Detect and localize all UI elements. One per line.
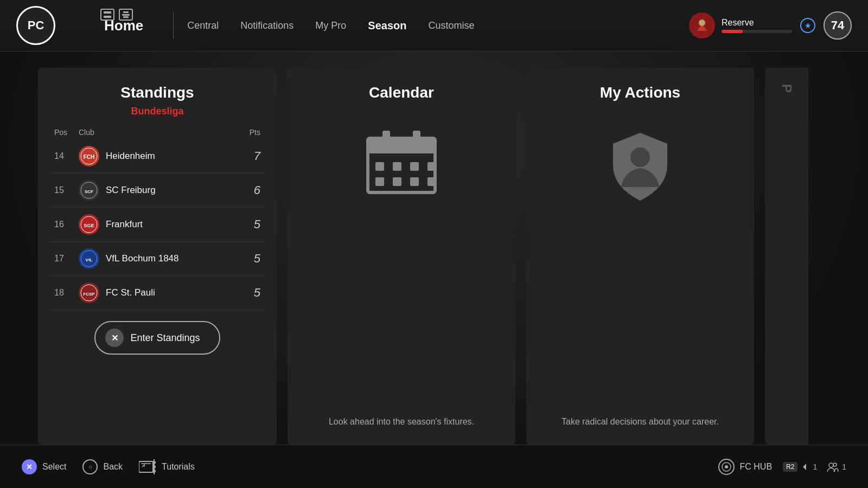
app-logo: PC <box>16 6 55 45</box>
row-club-1: SCF SC Freiburg <box>79 180 239 201</box>
back-label: Back <box>103 462 123 472</box>
actions-card[interactable]: My Actions Take radical decisions about … <box>526 68 754 445</box>
row-pos-1: 15 <box>54 185 79 195</box>
table-row: 14 FCH Heidenheim 7 <box>49 139 266 174</box>
svg-point-40 <box>833 463 837 466</box>
table-row: 16 SGE Frankfurt 5 <box>49 208 266 242</box>
partial-card: P <box>765 68 808 445</box>
row-pos-2: 16 <box>54 220 79 229</box>
svg-rect-20 <box>413 131 420 144</box>
row-club-3: VfL VfL Bochum 1848 <box>79 248 239 269</box>
th-pts: Pts <box>239 128 260 137</box>
svg-point-37 <box>725 465 728 468</box>
calendar-icon <box>363 127 439 198</box>
bottom-bar: ✕ Select ○ Back Tutorials <box>0 445 868 488</box>
tutorials-label: Tutorials <box>162 462 195 472</box>
table-row: 18 FCSP FC St. Pauli 5 <box>49 276 266 310</box>
o-button-icon: ○ <box>82 459 98 474</box>
standings-league: Bundesliga <box>49 106 266 117</box>
nav-items: Central Notifications My Pro Season Cust… <box>187 20 689 32</box>
svg-point-34 <box>152 465 156 468</box>
r2-label: R2 <box>783 462 797 472</box>
actions-title: My Actions <box>600 84 680 101</box>
svg-point-6 <box>699 20 705 26</box>
tutorials-action[interactable]: Tutorials <box>139 459 195 474</box>
svg-rect-19 <box>382 131 390 144</box>
row-club-4: FCSP FC St. Pauli <box>79 282 239 303</box>
x-icon: ✕ <box>105 329 124 347</box>
svg-text:FCH: FCH <box>84 154 95 160</box>
people-icon <box>827 462 839 472</box>
svg-point-29 <box>630 147 650 167</box>
club-name-0: Heidenheim <box>106 151 155 162</box>
row-pts-4: 5 <box>239 286 260 300</box>
player-card: Reserve <box>689 12 792 38</box>
svg-rect-4 <box>123 16 129 18</box>
th-club: Club <box>79 128 239 137</box>
standings-title: Standings <box>49 84 266 101</box>
nav-central[interactable]: Central <box>187 20 219 31</box>
row-pos-3: 17 <box>54 254 79 264</box>
svg-text:SGE: SGE <box>84 223 94 228</box>
club-name-4: FC St. Pauli <box>106 287 155 298</box>
rating-badge: 74 <box>824 11 852 40</box>
partial-card-label: P <box>779 84 794 93</box>
th-pos: Pos <box>54 128 79 137</box>
row-pts-2: 5 <box>239 217 260 232</box>
nav-icons <box>100 9 133 21</box>
main-content: Standings Bundesliga Pos Club Pts 14 FCH… <box>0 52 868 445</box>
svg-rect-0 <box>104 11 111 14</box>
star-icon: ★ <box>800 18 815 33</box>
nav-season[interactable]: Season <box>368 20 406 32</box>
svg-rect-22 <box>393 162 401 171</box>
calendar-desc: Look ahead into the season's fixtures. <box>329 415 474 428</box>
arrow-count: 1 <box>813 463 817 471</box>
club-logo-0: FCH <box>79 146 99 166</box>
bottom-right: FC HUB R2 1 1 <box>718 459 847 475</box>
nav-divider <box>173 12 174 39</box>
svg-text:FCSP: FCSP <box>83 292 95 297</box>
fc-hub[interactable]: FC HUB <box>718 459 773 475</box>
bottom-actions: ✕ Select ○ Back Tutorials <box>22 459 195 474</box>
calendar-card[interactable]: Calendar Look ahead i <box>288 68 515 445</box>
svg-rect-2 <box>123 11 129 13</box>
nav-icon-1 <box>100 9 114 21</box>
back-action[interactable]: ○ Back <box>82 459 123 474</box>
select-action[interactable]: ✕ Select <box>22 459 66 474</box>
nav-notifications[interactable]: Notifications <box>240 20 293 31</box>
row-pos-4: 18 <box>54 288 79 298</box>
tutorials-icon <box>139 459 156 474</box>
standings-card: Standings Bundesliga Pos Club Pts 14 FCH… <box>38 68 277 445</box>
table-row: 15 SCF SC Freiburg 6 <box>49 174 266 208</box>
svg-rect-21 <box>375 162 384 171</box>
people-count: 1 <box>842 463 846 471</box>
enter-standings-label: Enter Standings <box>130 332 200 344</box>
svg-text:VfL: VfL <box>86 258 93 262</box>
nav-mypro[interactable]: My Pro <box>315 20 346 31</box>
table-header: Pos Club Pts <box>49 128 266 137</box>
table-row: 17 VfL VfL Bochum 1848 5 <box>49 242 266 276</box>
calendar-icon-container <box>363 127 439 200</box>
actions-desc: Take radical decisions about your career… <box>561 415 719 428</box>
row-club-0: FCH Heidenheim <box>79 146 239 166</box>
svg-point-33 <box>152 461 156 464</box>
row-pos-0: 14 <box>54 151 79 161</box>
enter-standings-button[interactable]: ✕ Enter Standings <box>94 321 220 355</box>
nav-icon-2 <box>119 9 133 21</box>
actions-icon <box>602 127 678 203</box>
calendar-title: Calendar <box>369 84 434 101</box>
svg-rect-28 <box>427 177 436 186</box>
r2-badge: R2 1 1 <box>783 462 846 472</box>
club-name-1: SC Freiburg <box>106 185 156 196</box>
club-name-3: VfL Bochum 1848 <box>106 253 179 264</box>
club-logo-1: SCF <box>79 180 99 201</box>
club-name-2: Frankfurt <box>106 219 143 230</box>
navbar: PC Home Central Notifications My Pro Sea… <box>0 0 868 52</box>
player-info: Reserve <box>722 18 792 33</box>
player-bar <box>722 30 792 33</box>
arrow-left-icon <box>801 463 809 471</box>
svg-rect-26 <box>393 177 401 186</box>
nav-customise[interactable]: Customise <box>429 20 475 31</box>
x-button-icon: ✕ <box>22 459 37 474</box>
svg-point-39 <box>829 463 833 467</box>
